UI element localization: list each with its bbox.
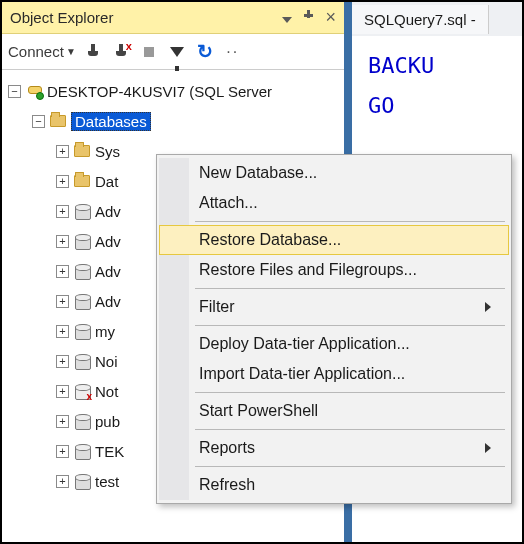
expand-icon[interactable]: + xyxy=(56,355,69,368)
databases-label: Databases xyxy=(71,112,151,131)
tree-node-label: pub xyxy=(95,413,120,430)
submenu-arrow-icon xyxy=(485,443,491,453)
tree-node-label: Noi xyxy=(95,353,118,370)
tree-node-label: Adv xyxy=(95,263,121,280)
database-icon xyxy=(73,233,91,249)
connect-label: Connect xyxy=(8,43,64,60)
collapse-icon[interactable]: − xyxy=(32,115,45,128)
database-icon xyxy=(73,263,91,279)
context-menu-item-label: Import Data-tier Application... xyxy=(199,365,405,383)
expand-icon[interactable]: + xyxy=(56,445,69,458)
context-menu-item-label: Restore Database... xyxy=(199,231,341,249)
tree-node-label: Adv xyxy=(95,203,121,220)
context-menu-item[interactable]: Filter xyxy=(159,292,509,322)
collapse-icon[interactable]: − xyxy=(8,85,21,98)
server-label: DESKTOP-4KUSVI7 (SQL Server xyxy=(47,83,272,100)
stop-icon[interactable] xyxy=(138,41,160,63)
tree-node-label: TEK xyxy=(95,443,124,460)
database-icon xyxy=(73,443,91,459)
tree-node-label: Adv xyxy=(95,233,121,250)
context-menu-separator xyxy=(195,429,505,430)
toolbar-overflow-icon[interactable]: ·· xyxy=(222,41,244,63)
tree-databases-node[interactable]: − Databases xyxy=(6,106,340,136)
close-icon[interactable]: × xyxy=(325,11,336,24)
expand-icon[interactable]: + xyxy=(56,475,69,488)
expand-icon[interactable]: + xyxy=(56,175,69,188)
tree-node-label: test xyxy=(95,473,119,490)
tab-strip: SQLQuery7.sql - xyxy=(352,2,522,36)
folder-icon xyxy=(73,173,91,189)
connect-plug-icon[interactable] xyxy=(82,41,104,63)
context-menu-item-label: New Database... xyxy=(199,164,317,182)
connect-button[interactable]: Connect ▼ xyxy=(8,43,76,60)
context-menu-item-label: Reports xyxy=(199,439,255,457)
context-menu-item[interactable]: Start PowerShell xyxy=(159,396,509,426)
database-error-icon: x xyxy=(73,383,91,399)
tab-label: SQLQuery7.sql - xyxy=(364,11,476,28)
context-menu-item-label: Filter xyxy=(199,298,235,316)
panel-dropdown-icon[interactable] xyxy=(282,9,292,26)
context-menu-separator xyxy=(195,288,505,289)
database-icon xyxy=(73,413,91,429)
editor-tab[interactable]: SQLQuery7.sql - xyxy=(352,5,489,34)
expand-icon[interactable]: + xyxy=(56,415,69,428)
filter-icon[interactable] xyxy=(166,41,188,63)
tree-node-label: Dat xyxy=(95,173,118,190)
refresh-icon[interactable]: ↻ xyxy=(194,41,216,63)
context-menu-item[interactable]: New Database... xyxy=(159,158,509,188)
tree-node-label: Adv xyxy=(95,293,121,310)
database-icon xyxy=(73,353,91,369)
tree-server-node[interactable]: − DESKTOP-4KUSVI7 (SQL Server xyxy=(6,76,340,106)
context-menu: New Database...Attach...Restore Database… xyxy=(156,154,512,504)
expand-icon[interactable]: + xyxy=(56,325,69,338)
context-menu-item[interactable]: Refresh xyxy=(159,470,509,500)
context-menu-separator xyxy=(195,325,505,326)
panel-title-bar: Object Explorer × xyxy=(2,2,344,34)
expand-icon[interactable]: + xyxy=(56,295,69,308)
expand-icon[interactable]: + xyxy=(56,265,69,278)
database-icon xyxy=(73,293,91,309)
folder-icon xyxy=(49,113,67,129)
context-menu-item[interactable]: Restore Files and Filegroups... xyxy=(159,255,509,285)
context-menu-separator xyxy=(195,392,505,393)
sql-editor[interactable]: BACKU GO xyxy=(352,36,522,135)
context-menu-item-label: Start PowerShell xyxy=(199,402,318,420)
expand-icon[interactable]: + xyxy=(56,385,69,398)
context-menu-item[interactable]: Restore Database... xyxy=(159,225,509,255)
context-menu-item[interactable]: Attach... xyxy=(159,188,509,218)
context-menu-item-label: Restore Files and Filegroups... xyxy=(199,261,417,279)
server-icon xyxy=(25,83,43,99)
context-menu-item-label: Refresh xyxy=(199,476,255,494)
editor-line: GO xyxy=(368,86,506,126)
panel-title-label: Object Explorer xyxy=(10,9,282,26)
context-menu-item-label: Attach... xyxy=(199,194,258,212)
expand-icon[interactable]: + xyxy=(56,205,69,218)
tree-node-label: Sys xyxy=(95,143,120,160)
pin-icon[interactable] xyxy=(302,9,315,26)
context-menu-item[interactable]: Reports xyxy=(159,433,509,463)
disconnect-plug-icon[interactable]: x xyxy=(110,41,132,63)
tree-node-label: Not xyxy=(95,383,118,400)
context-menu-item[interactable]: Import Data-tier Application... xyxy=(159,359,509,389)
submenu-arrow-icon xyxy=(485,302,491,312)
database-icon xyxy=(73,203,91,219)
toolbar: Connect ▼ x ↻ ·· xyxy=(2,34,344,70)
folder-icon xyxy=(73,143,91,159)
context-menu-separator xyxy=(195,221,505,222)
context-menu-item-label: Deploy Data-tier Application... xyxy=(199,335,410,353)
context-menu-item[interactable]: Deploy Data-tier Application... xyxy=(159,329,509,359)
editor-line: BACKU xyxy=(368,46,506,86)
database-icon xyxy=(73,323,91,339)
expand-icon[interactable]: + xyxy=(56,235,69,248)
tree-node-label: my xyxy=(95,323,115,340)
expand-icon[interactable]: + xyxy=(56,145,69,158)
database-icon xyxy=(73,473,91,489)
context-menu-separator xyxy=(195,466,505,467)
